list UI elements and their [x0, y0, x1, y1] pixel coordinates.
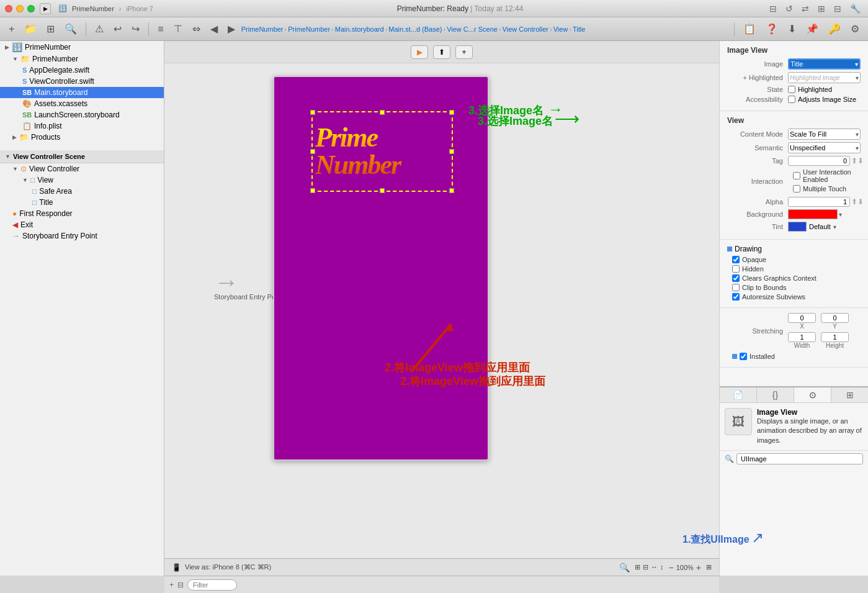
sidebar-item-products[interactable]: ▶ 📁 Products [0, 132, 164, 143]
bc-main-storyboard[interactable]: Main.storyboard [335, 25, 384, 33]
warning-icon[interactable]: ⚠ [91, 22, 107, 36]
nav-next[interactable]: ▶ [224, 22, 239, 36]
bc-title[interactable]: Title [573, 25, 585, 33]
resize-handle-tr[interactable] [449, 110, 454, 115]
lib-tab-file[interactable]: 📄 [720, 387, 757, 402]
layout-icon3[interactable]: ↔ [651, 563, 658, 571]
lib-tab-objects[interactable]: ⊙ [794, 387, 831, 402]
sidebar-item-primenumber-group[interactable]: ▼ 📁 PrimeNumber [0, 53, 164, 65]
clears-checkbox[interactable] [732, 274, 740, 282]
forward-icon[interactable]: ⇄ [799, 2, 812, 15]
sidebar-item-storyboard-entry[interactable]: → Storyboard Entry Point [0, 230, 164, 242]
sidebar-item-first-responder[interactable]: ● First Responder [0, 208, 164, 219]
stretch-w-input[interactable] [788, 332, 816, 342]
search-icon[interactable]: 🔍 [61, 22, 81, 36]
multiple-touch-row[interactable]: Multiple Touch [788, 185, 861, 192]
resize-handle-tl[interactable] [310, 110, 315, 115]
highlighted-dropdown[interactable]: Highlighted Image ▾ [788, 72, 861, 83]
layout-icon2[interactable]: ⊟ [643, 563, 648, 571]
inspector6-icon[interactable]: ⚙ [847, 22, 863, 36]
zoom-out-icon[interactable]: 🔍 [619, 563, 630, 573]
sidebar-item-primenumber-root[interactable]: ▶ 🔢 PrimeNumber [0, 41, 164, 53]
sidebar-item-viewcontroller-file[interactable]: S ViewController.swift [0, 76, 164, 87]
semantic-dropdown[interactable]: Unspecified ▾ [788, 142, 861, 153]
play-btn[interactable]: ▶ [411, 45, 428, 59]
resize-handle-lc[interactable] [310, 149, 315, 154]
maximize-button[interactable] [27, 5, 35, 12]
installed-row[interactable]: Installed [727, 353, 861, 360]
resize-handle-bl[interactable] [310, 188, 315, 193]
bc-primenumber2[interactable]: PrimeNumber [288, 25, 330, 33]
zoom-minus-btn[interactable]: − [668, 563, 673, 573]
inspector4-icon[interactable]: 📌 [802, 22, 822, 36]
filter-input[interactable] [187, 579, 237, 591]
bc-primenumber1[interactable]: PrimeNumber [241, 25, 284, 33]
lib-search-input[interactable] [736, 453, 863, 464]
clears-row[interactable]: Clears Graphics Context [727, 274, 861, 282]
bc-base[interactable]: Main.st...d (Base) [388, 25, 442, 33]
alpha-input[interactable] [788, 197, 850, 207]
hidden-row[interactable]: Hidden [727, 265, 861, 273]
filter-plus-icon[interactable]: + [169, 581, 174, 589]
clip-row[interactable]: Clip to Bounds [727, 284, 861, 291]
lib-tab-code[interactable]: {} [757, 387, 794, 402]
new-file-icon[interactable]: + [5, 22, 18, 36]
resize-handle-br[interactable] [449, 188, 454, 193]
layout-icon1[interactable]: ⊞ [635, 563, 640, 571]
stretch-x-input[interactable] [788, 313, 816, 323]
autoresize-row[interactable]: Autoresize Subviews [727, 293, 861, 301]
state-checkbox[interactable] [788, 86, 795, 93]
sidebar-item-assets[interactable]: 🎨 Assets.xcassets [0, 98, 164, 109]
user-interaction-row[interactable]: User Interaction Enabled [788, 168, 861, 183]
resize-handle-tc[interactable] [380, 110, 385, 115]
resize-handle-bc[interactable] [380, 188, 385, 193]
tag-stepper[interactable]: ⬆⬇ [851, 156, 864, 165]
inspector5-icon[interactable]: 🔑 [825, 22, 844, 36]
list-icon[interactable]: ≡ [154, 22, 167, 36]
multiple-touch-checkbox[interactable] [793, 185, 800, 192]
sidebar-item-info-plist[interactable]: 📋 Info.plist [0, 120, 164, 132]
layout-icon4[interactable]: ↕ [660, 563, 664, 571]
clip-checkbox[interactable] [732, 284, 740, 291]
minimize-button[interactable] [16, 5, 24, 12]
sidebar-item-exit[interactable]: ◀ Exit [0, 219, 164, 230]
opaque-row[interactable]: Opaque [727, 256, 861, 263]
image-view-selected[interactable]: Prime Number [311, 111, 453, 192]
sidebar-toggle-icon[interactable]: ⊟ [767, 2, 779, 15]
phone-frame[interactable]: Prime Number [273, 76, 489, 461]
bc-scene[interactable]: View C...r Scene [447, 25, 498, 33]
split-icon[interactable]: ⊞ [815, 2, 828, 15]
accessibility-checkbox[interactable] [788, 96, 795, 103]
grid-icon[interactable]: ⊞ [706, 563, 712, 571]
inspector2-icon[interactable]: ❓ [762, 22, 782, 36]
hidden-checkbox[interactable] [732, 265, 740, 273]
sidebar-item-launch-screen[interactable]: SB LaunchScreen.storyboard [0, 109, 164, 120]
sidebar-item-view[interactable]: ▼ □ View [0, 174, 164, 186]
sidebar-item-main-storyboard[interactable]: SB Main.storyboard [0, 87, 164, 98]
sidebar-item-appdelegate[interactable]: S AppDelegate.swift [0, 65, 164, 76]
content-mode-dropdown[interactable]: Scale To Fill ▾ [788, 129, 861, 140]
user-interaction-checkbox[interactable] [793, 172, 800, 179]
compare-icon[interactable]: ⇔ [189, 22, 204, 36]
opaque-checkbox[interactable] [732, 256, 740, 263]
filter-list-icon[interactable]: ⊟ [177, 581, 184, 589]
alpha-stepper[interactable]: ⬆⬇ [851, 197, 864, 206]
inspector1-icon[interactable]: 📋 [740, 22, 759, 36]
redo-icon[interactable]: ↪ [128, 22, 143, 36]
bc-view[interactable]: View [553, 25, 568, 33]
tint-swatch[interactable] [788, 222, 807, 232]
resize-handle-rc[interactable] [449, 149, 454, 154]
installed-checkbox[interactable] [740, 353, 747, 360]
run-button[interactable]: ▶ [40, 3, 51, 14]
background-color-swatch[interactable] [788, 209, 838, 219]
hierarchy-icon[interactable]: ⊤ [170, 22, 186, 36]
autoresize-checkbox[interactable] [732, 293, 740, 301]
sidebar-item-title[interactable]: □ Title [0, 197, 164, 208]
sidebar-item-safe-area[interactable]: □ Safe Area [0, 186, 164, 197]
share-btn[interactable]: ⬆ [433, 45, 450, 59]
image-dropdown[interactable]: Title ▾ [788, 58, 861, 70]
close-button[interactable] [5, 5, 12, 12]
stretch-y-input[interactable] [821, 313, 849, 323]
tag-input[interactable] [788, 156, 850, 166]
window-controls[interactable]: ⊟ ↺ ⇄ ⊞ ⊟ 🔧 [767, 2, 863, 15]
